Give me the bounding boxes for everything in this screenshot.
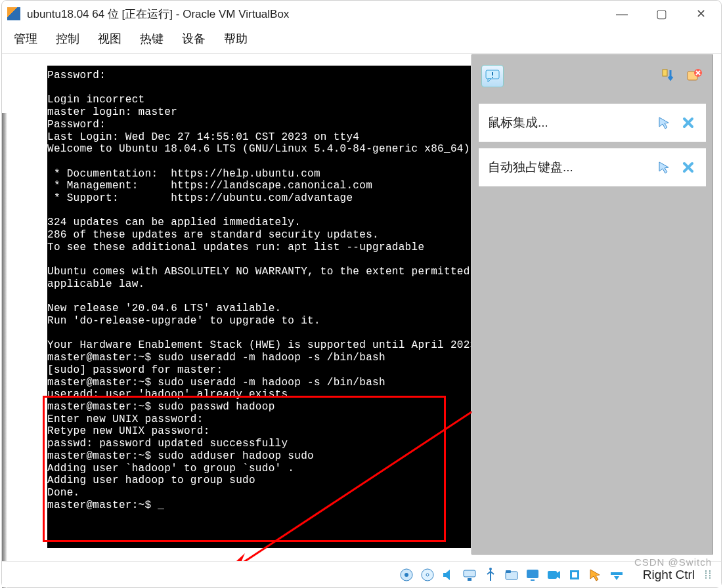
network-icon[interactable]: [462, 567, 477, 583]
delete-all-icon[interactable]: [685, 67, 703, 85]
svg-rect-21: [506, 570, 511, 573]
mouse-integration-icon[interactable]: [588, 567, 603, 583]
recording-icon[interactable]: [546, 567, 561, 583]
status-grip-icon: ⁞⁞: [704, 567, 712, 582]
svg-rect-23: [531, 579, 535, 581]
svg-rect-8: [663, 70, 667, 76]
menu-help[interactable]: 帮助: [224, 31, 248, 47]
display-icon[interactable]: [525, 567, 540, 583]
menu-control[interactable]: 控制: [56, 31, 79, 47]
maximize-button[interactable]: ▢: [651, 4, 671, 24]
statusbar: Right Ctrl ⁞⁞: [2, 561, 721, 587]
usb-icon[interactable]: [483, 567, 498, 583]
close-button[interactable]: ✕: [691, 4, 711, 24]
titlebar: ubuntu18.04 64 位 [正在运行] - Oracle VM Virt…: [2, 1, 721, 27]
notification-item-mouse[interactable]: 鼠标集成...: [479, 104, 706, 142]
notification-panel: 鼠标集成... 自动独占键盘...: [471, 54, 713, 555]
svg-marker-30: [614, 576, 619, 580]
virtualbox-window: ubuntu18.04 64 位 [正在运行] - Oracle VM Virt…: [1, 0, 722, 588]
menubar: 管理 控制 视图 热键 设备 帮助: [2, 27, 721, 54]
cursor-icon: [656, 159, 673, 175]
svg-rect-29: [611, 572, 623, 575]
host-key-label: Right Ctrl: [643, 568, 695, 582]
notification-label: 鼠标集成...: [488, 114, 649, 131]
menu-devices[interactable]: 设备: [182, 31, 206, 47]
menu-hotkey[interactable]: 热键: [140, 31, 164, 47]
svg-point-7: [492, 77, 493, 78]
processor-icon[interactable]: [567, 567, 582, 583]
svg-marker-12: [659, 162, 668, 173]
svg-marker-25: [557, 571, 560, 579]
svg-point-16: [426, 574, 429, 576]
menu-manage[interactable]: 管理: [14, 31, 37, 47]
cursor-icon: [656, 115, 673, 131]
shared-folder-icon[interactable]: [504, 567, 519, 583]
svg-point-19: [489, 568, 492, 570]
svg-marker-5: [488, 79, 491, 82]
hard-disk-icon[interactable]: [399, 567, 414, 583]
left-edge-shadow: [2, 113, 7, 588]
keyboard-icon[interactable]: [609, 567, 624, 583]
guest-terminal[interactable]: Password: Login incorrect master login: …: [47, 66, 471, 548]
minimize-button[interactable]: —: [612, 4, 632, 24]
svg-rect-22: [527, 570, 538, 578]
watermark-text: CSDN @Switch: [634, 556, 712, 568]
virtualbox-icon: [7, 7, 20, 20]
svg-rect-17: [464, 570, 475, 577]
dismiss-icon[interactable]: [680, 115, 697, 131]
menu-view[interactable]: 视图: [98, 31, 121, 47]
svg-point-14: [405, 573, 408, 577]
svg-rect-18: [468, 578, 471, 581]
notification-header: [472, 55, 712, 97]
dismiss-icon[interactable]: [680, 159, 697, 175]
svg-rect-27: [572, 572, 577, 578]
status-icons: [399, 567, 624, 583]
window-title: ubuntu18.04 64 位 [正在运行] - Oracle VM Virt…: [27, 7, 612, 22]
notification-label: 自动独占键盘...: [488, 159, 649, 176]
notification-balloon-icon[interactable]: [481, 65, 504, 87]
svg-marker-28: [590, 570, 600, 581]
svg-marker-11: [659, 117, 668, 129]
optical-disk-icon[interactable]: [420, 567, 435, 583]
audio-icon[interactable]: [441, 567, 456, 583]
sort-icon[interactable]: [660, 67, 678, 85]
window-controls: — ▢ ✕: [612, 4, 711, 24]
svg-rect-24: [548, 571, 557, 579]
notification-item-keyboard[interactable]: 自动独占键盘...: [479, 148, 706, 186]
